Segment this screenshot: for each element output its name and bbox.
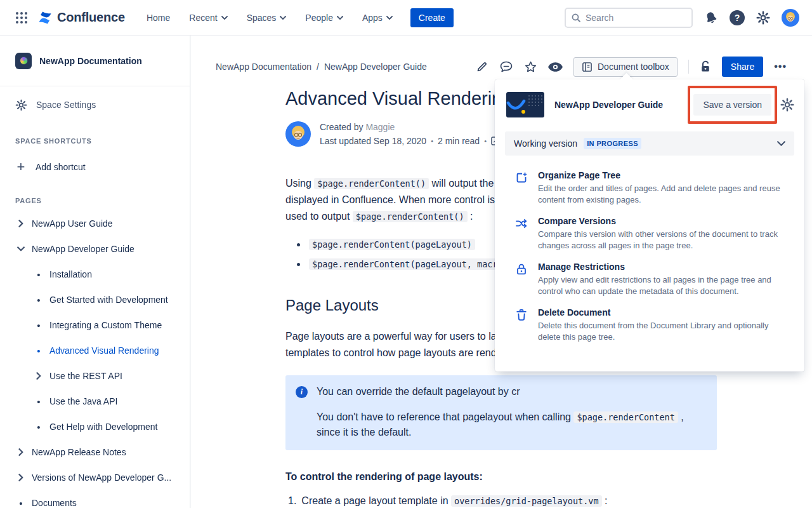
notifications-bell-icon[interactable] (704, 11, 718, 25)
help-icon[interactable]: ? (730, 10, 745, 25)
nav-home[interactable]: Home (147, 13, 170, 23)
delete-document-icon (515, 309, 528, 342)
logo-text: Confluence (57, 10, 125, 25)
sidebar-page-item[interactable]: •Integrating a Custom Theme (0, 312, 190, 338)
space-header[interactable]: NewApp Documentation (0, 36, 190, 86)
pages-header: PAGES (0, 197, 190, 204)
document-toolbox-popup: NewApp Developer Guide Save a version Wo… (495, 79, 804, 371)
info-icon: i (296, 386, 308, 398)
space-sidebar: NewApp Documentation Space Settings SPAC… (0, 36, 190, 508)
bullet-icon: • (37, 397, 40, 406)
toolbox-document-icon (582, 62, 593, 72)
space-logo-icon (15, 53, 32, 69)
bullet-icon (297, 263, 300, 266)
menu-item-description: Compare this version with other versions… (538, 229, 788, 251)
toolbox-menu-item[interactable]: Organize Page TreeEdit the order and tit… (515, 170, 794, 205)
toolbox-menu-item[interactable]: Delete DocumentDelete this document from… (515, 307, 794, 342)
inline-code: $page.renderContent() (353, 211, 468, 222)
toolbox-menu: Organize Page TreeEdit the order and tit… (515, 170, 794, 342)
chevron-right-icon (18, 448, 24, 456)
chevron-down-icon (280, 16, 286, 20)
settings-gear-icon[interactable] (756, 11, 770, 25)
chevron-down-icon (386, 16, 393, 20)
sidebar-item-space-settings[interactable]: Space Settings (0, 90, 190, 119)
menu-item-description: Edit the order and titles of pages. Add … (538, 183, 788, 205)
toolbox-menu-item[interactable]: Compare VersionsCompare this version wit… (515, 216, 794, 251)
manage-restrictions-icon (515, 263, 528, 297)
popup-gear-icon[interactable] (780, 98, 794, 112)
sidebar-page-item[interactable]: •Get Started with Development (0, 287, 190, 312)
chevron-down-icon (17, 246, 25, 252)
last-updated: Last updated Sep 18, 2020 (320, 135, 426, 147)
space-name: NewApp Documentation (39, 56, 142, 66)
app-switcher-icon[interactable] (13, 9, 30, 27)
confluence-logo-icon (37, 10, 53, 26)
star-icon[interactable] (524, 60, 537, 74)
sidebar-page-item[interactable]: •Advanced Visual Rendering (0, 338, 190, 363)
sidebar-page-item[interactable]: •Documents (0, 490, 190, 508)
breadcrumb-item[interactable]: NewApp Documentation (216, 62, 311, 72)
sidebar-page-item[interactable]: •Installation (0, 262, 190, 287)
bullet-icon: • (37, 422, 40, 432)
instruction-heading: To control the rendering of page layouts… (285, 471, 717, 483)
plus-icon: + (15, 159, 27, 175)
edit-pencil-icon[interactable] (476, 60, 488, 73)
menu-item-description: Delete this document from the Document L… (538, 320, 788, 342)
save-a-version-button[interactable]: Save a version (693, 94, 771, 116)
info-panel: i You can override the default pagelayou… (285, 375, 717, 450)
watch-eye-icon[interactable] (548, 62, 563, 72)
author-name[interactable]: Maggie (365, 122, 395, 132)
version-label: Working version (514, 138, 577, 149)
comment-icon[interactable] (499, 60, 513, 73)
bullet-icon: • (37, 346, 40, 356)
sidebar-page-item[interactable]: Use the REST API (0, 363, 190, 389)
toolbox-menu-item[interactable]: Manage RestrictionsApply view and edit r… (515, 262, 794, 297)
user-avatar[interactable] (782, 9, 799, 27)
ordered-list-item: 1. Create a page layout template in over… (285, 495, 717, 507)
main-nav: Home Recent Spaces People Apps (147, 13, 393, 23)
nav-apps[interactable]: Apps (362, 13, 393, 23)
search-box[interactable] (565, 8, 693, 28)
menu-item-title: Compare Versions (538, 216, 788, 226)
created-by-label: Created by (320, 122, 363, 132)
create-button[interactable]: Create (410, 8, 454, 27)
search-input[interactable] (586, 13, 681, 23)
unlock-icon[interactable] (700, 60, 711, 73)
sidebar-page-item[interactable]: •Get Help with Development (0, 414, 190, 439)
bullet-icon: • (37, 295, 40, 305)
bullet-icon: • (37, 270, 40, 279)
nav-spaces[interactable]: Spaces (247, 13, 287, 23)
add-shortcut-label: Add shortcut (36, 162, 86, 172)
info-paragraph: You don't have to reference that pagelay… (317, 410, 704, 440)
chevron-right-icon (18, 220, 24, 227)
chevron-down-icon (777, 141, 785, 146)
sidebar-page-item[interactable]: NewApp Developer Guide (0, 236, 190, 262)
more-actions-icon[interactable]: ••• (774, 61, 787, 72)
gear-icon (15, 99, 27, 111)
breadcrumb-separator: / (317, 62, 319, 72)
menu-item-description: Apply view and edit restrictions to all … (538, 274, 788, 297)
text-line: You can override the default pagelayout … (317, 384, 704, 399)
sidebar-page-item[interactable]: NewApp Release Notes (0, 439, 190, 465)
breadcrumb: NewApp Documentation / NewApp Developer … (216, 62, 427, 72)
chevron-right-icon (36, 372, 42, 380)
breadcrumb-item[interactable]: NewApp Developer Guide (324, 62, 427, 72)
inline-code: $page.renderContent(pageLayout) (309, 239, 475, 250)
sidebar-page-item[interactable]: NewApp User Guide (0, 211, 190, 236)
inline-code: $page.renderContent() (314, 178, 429, 189)
sidebar-page-item[interactable]: •Use the Java API (0, 389, 190, 414)
chevron-down-icon (337, 16, 343, 20)
share-button[interactable]: Share (722, 57, 763, 77)
read-time: 2 min read (438, 135, 480, 147)
toolbox-button-label: Document toolbox (598, 62, 669, 72)
nav-recent[interactable]: Recent (189, 13, 227, 23)
nav-people[interactable]: People (305, 13, 343, 23)
organize-page-tree-icon (515, 171, 528, 205)
menu-item-title: Organize Page Tree (538, 170, 788, 180)
confluence-logo[interactable]: Confluence (37, 10, 125, 26)
author-avatar[interactable] (285, 121, 311, 147)
version-selector[interactable]: Working version IN PROGRESS (505, 131, 794, 156)
bullet-icon (297, 243, 300, 246)
sidebar-page-item[interactable]: Versions of NewApp Developer G... (0, 465, 190, 490)
add-shortcut-button[interactable]: + Add shortcut (0, 154, 190, 180)
